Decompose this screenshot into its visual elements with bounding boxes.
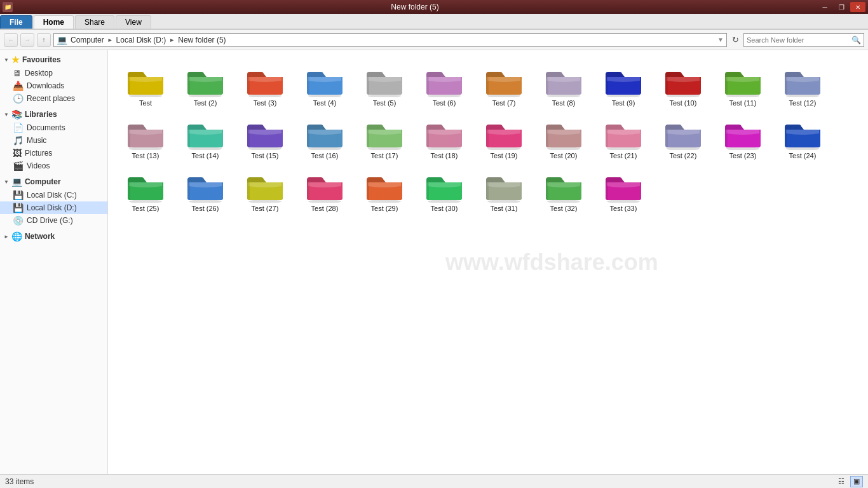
folder-item[interactable]: Test (33) — [595, 165, 652, 215]
star-icon: ★ — [11, 55, 20, 65]
sidebar-item-music[interactable]: 🎵 Music — [0, 134, 107, 147]
tab-share[interactable]: Share — [75, 15, 114, 29]
folder-item[interactable]: Test (23) — [714, 112, 771, 162]
documents-label: Documents — [27, 123, 65, 132]
close-button[interactable]: ✕ — [850, 2, 865, 12]
path-newfolder[interactable]: New folder (5) — [176, 35, 227, 45]
watermark: www.wfdshare.com — [445, 249, 658, 276]
folder-item[interactable]: Test (6) — [416, 59, 473, 109]
recent-label: Recent places — [27, 94, 75, 103]
folder-item[interactable]: Test (17) — [356, 112, 413, 162]
folder-label: Test (18) — [431, 152, 458, 159]
folder-item[interactable]: Test (18) — [416, 112, 473, 162]
folder-item[interactable]: Test (24) — [774, 112, 831, 162]
chevron-icon: ▼ — [4, 57, 9, 63]
folder-icon — [304, 168, 345, 203]
folder-label: Test (25) — [132, 205, 159, 212]
folder-label: Test (12) — [789, 99, 817, 107]
folder-item[interactable]: Test (7) — [475, 59, 532, 109]
folder-item[interactable]: Test (5) — [356, 59, 413, 109]
tab-view[interactable]: View — [116, 15, 151, 29]
forward-button[interactable]: → — [20, 33, 34, 47]
sidebar-item-locald[interactable]: 💾 Local Disk (D:) — [0, 201, 107, 214]
sidebar-favourites-section: ▼ ★ Favourites 🖥 Desktop 📥 Downloads 🕒 R… — [0, 53, 107, 105]
folder-item[interactable]: Test (3) — [236, 59, 294, 109]
folder-item[interactable]: Test (9) — [595, 59, 652, 109]
folder-icon — [663, 116, 703, 150]
folder-label: Test (7) — [492, 99, 516, 107]
sidebar-item-downloads[interactable]: 📥 Downloads — [0, 79, 107, 92]
network-icon: 🌐 — [11, 231, 22, 241]
chevron-icon-comp: ▼ — [4, 179, 9, 185]
details-view-button[interactable]: ☷ — [835, 476, 848, 487]
folder-item[interactable]: Test (19) — [475, 112, 532, 162]
folder-item[interactable]: Test (12) — [774, 59, 831, 109]
main-area: ▼ ★ Favourites 🖥 Desktop 📥 Downloads 🕒 R… — [0, 50, 868, 474]
folder-icon — [304, 116, 345, 150]
minimize-button[interactable]: ─ — [817, 2, 832, 12]
folder-item[interactable]: Test — [117, 59, 174, 109]
sidebar-network-header[interactable]: ► 🌐 Network — [0, 229, 107, 243]
search-icon[interactable]: 🔍 — [851, 36, 861, 44]
sidebar-item-recent[interactable]: 🕒 Recent places — [0, 92, 107, 105]
app-icon: 📁 — [3, 2, 13, 12]
folder-item[interactable]: Test (27) — [236, 165, 294, 215]
address-path[interactable]: 💻 Computer ► Local Disk (D:) ► New folde… — [53, 33, 727, 47]
libraries-icon: 📚 — [11, 109, 22, 119]
folder-item[interactable]: Test (10) — [654, 59, 712, 109]
back-button[interactable]: ← — [4, 33, 18, 47]
folder-label: Test (30) — [431, 205, 458, 212]
folder-item[interactable]: Test (21) — [595, 112, 652, 162]
folder-item[interactable]: Test (22) — [654, 112, 712, 162]
folder-item[interactable]: Test (30) — [416, 165, 473, 215]
disk-d-icon: 💾 — [13, 203, 24, 213]
folder-item[interactable]: Test (4) — [296, 59, 353, 109]
sidebar-item-documents[interactable]: 📄 Documents — [0, 121, 107, 134]
desktop-icon: 🖥 — [13, 68, 22, 78]
folder-item[interactable]: Test (15) — [236, 112, 294, 162]
network-label: Network — [25, 232, 55, 241]
refresh-button[interactable]: ↻ — [729, 33, 741, 47]
sidebar-libraries-header[interactable]: ▼ 📚 Libraries — [0, 107, 107, 121]
up-button[interactable]: ↑ — [37, 33, 51, 47]
search-input[interactable] — [747, 36, 850, 44]
sidebar-item-cdg[interactable]: 💿 CD Drive (G:) — [0, 214, 107, 227]
sidebar-favourites-header[interactable]: ▼ ★ Favourites — [0, 53, 107, 67]
folder-item[interactable]: Test (20) — [535, 112, 592, 162]
large-icons-view-button[interactable]: ▣ — [850, 476, 863, 487]
sidebar-item-videos[interactable]: 🎬 Videos — [0, 159, 107, 172]
sidebar-item-pictures[interactable]: 🖼 Pictures — [0, 147, 107, 159]
folder-item[interactable]: Test (13) — [117, 112, 174, 162]
path-computer[interactable]: Computer — [69, 35, 106, 45]
folder-item[interactable]: Test (31) — [475, 165, 532, 215]
sidebar-network-section: ► 🌐 Network — [0, 229, 107, 243]
window-controls: ─ ❐ ✕ — [817, 2, 865, 12]
computer-icon: 💻 — [57, 35, 67, 45]
folder-item[interactable]: Test (11) — [714, 59, 771, 109]
folder-item[interactable]: Test (16) — [296, 112, 353, 162]
localc-label: Local Disk (C:) — [27, 191, 77, 200]
folder-item[interactable]: Test (28) — [296, 165, 353, 215]
path-localdisk[interactable]: Local Disk (D:) — [114, 35, 168, 45]
restore-button[interactable]: ❐ — [834, 2, 849, 12]
folder-item[interactable]: Test (32) — [535, 165, 592, 215]
sidebar-item-desktop[interactable]: 🖥 Desktop — [0, 67, 107, 79]
folder-item[interactable]: Test (26) — [177, 165, 234, 215]
computer-sidebar-icon: 💻 — [11, 177, 22, 187]
tab-file[interactable]: File — [0, 15, 32, 29]
cdg-label: CD Drive (G:) — [27, 216, 73, 225]
folder-icon — [484, 116, 524, 150]
file-area[interactable]: www.wfdshare.com Test — [108, 50, 868, 474]
sidebar-computer-header[interactable]: ▼ 💻 Computer — [0, 175, 107, 189]
pictures-icon: 🖼 — [13, 148, 22, 158]
title-bar: 📁 New folder (5) ─ ❐ ✕ — [0, 0, 868, 14]
sidebar-item-localc[interactable]: 💾 Local Disk (C:) — [0, 189, 107, 201]
folder-label: Test — [139, 99, 152, 107]
tab-home[interactable]: Home — [34, 15, 74, 29]
search-box[interactable]: 🔍 — [743, 33, 864, 47]
folder-item[interactable]: Test (25) — [117, 165, 174, 215]
folder-item[interactable]: Test (8) — [535, 59, 592, 109]
folder-item[interactable]: Test (29) — [356, 165, 413, 215]
folder-item[interactable]: Test (2) — [177, 59, 234, 109]
folder-item[interactable]: Test (14) — [177, 112, 234, 162]
